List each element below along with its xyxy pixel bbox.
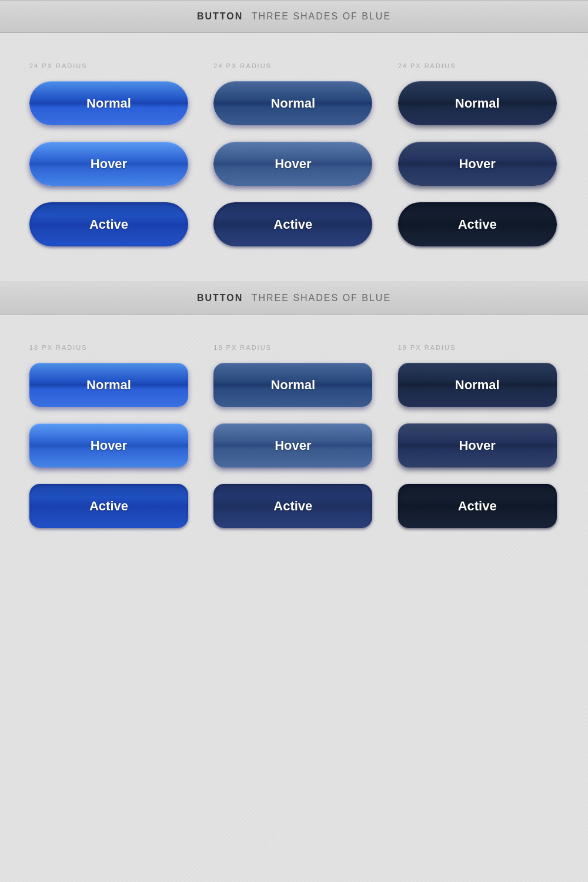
btn-mid-blue-18-hover[interactable]: Hover	[213, 423, 372, 467]
column-bright-blue-18: 18 PX RADIUS Normal Hover Active	[18, 344, 202, 528]
btn-mid-blue-18-normal[interactable]: Normal	[213, 363, 372, 407]
column-mid-blue-18: 18 PX RADIUS Normal Hover Active	[202, 344, 386, 528]
btn-dark-blue-18-hover[interactable]: Hover	[398, 423, 557, 467]
btn-mid-blue-24-active[interactable]: Active	[213, 202, 372, 246]
radius-label-1-2: 24 PX RADIUS	[213, 62, 272, 69]
btn-group-2-1: Normal Hover Active	[29, 363, 190, 528]
btn-bright-blue-24-active[interactable]: Active	[29, 202, 188, 246]
section-24px: BUTTON THREE SHADES OF BLUE 24 PX RADIUS…	[0, 0, 588, 282]
btn-bright-blue-24-hover[interactable]: Hover	[29, 142, 188, 186]
radius-label-1-3: 24 PX RADIUS	[398, 62, 456, 69]
btn-dark-blue-18-active[interactable]: Active	[398, 484, 557, 528]
section-header-2: BUTTON THREE SHADES OF BLUE	[0, 282, 588, 315]
btn-group-2-3: Normal Hover Active	[398, 363, 559, 528]
btn-group-2-2: Normal Hover Active	[213, 363, 374, 528]
btn-bright-blue-18-active[interactable]: Active	[29, 484, 188, 528]
column-dark-blue-18: 18 PX RADIUS Normal Hover Active	[386, 344, 570, 528]
btn-bright-blue-24-normal[interactable]: Normal	[29, 81, 188, 125]
radius-label-2-3: 18 PX RADIUS	[398, 344, 456, 351]
column-mid-blue-24: 24 PX RADIUS Normal Hover Active	[202, 62, 386, 246]
section-header-1: BUTTON THREE SHADES OF BLUE	[0, 0, 588, 33]
section-title-2: BUTTON THREE SHADES OF BLUE	[197, 293, 391, 303]
buttons-grid-2: 18 PX RADIUS Normal Hover Active 18 PX R…	[0, 344, 588, 528]
column-dark-blue-24: 24 PX RADIUS Normal Hover Active	[386, 62, 570, 246]
btn-group-1-1: Normal Hover Active	[29, 81, 190, 246]
btn-mid-blue-24-normal[interactable]: Normal	[213, 81, 372, 125]
radius-label-1-1: 24 PX RADIUS	[29, 62, 88, 69]
btn-dark-blue-24-hover[interactable]: Hover	[398, 142, 557, 186]
btn-dark-blue-24-active[interactable]: Active	[398, 202, 557, 246]
radius-label-2-1: 18 PX RADIUS	[29, 344, 88, 351]
btn-mid-blue-24-hover[interactable]: Hover	[213, 142, 372, 186]
btn-group-1-2: Normal Hover Active	[213, 81, 374, 246]
title-light-1: THREE SHADES OF BLUE	[252, 11, 391, 21]
btn-bright-blue-18-normal[interactable]: Normal	[29, 363, 188, 407]
section-18px: BUTTON THREE SHADES OF BLUE 18 PX RADIUS…	[0, 282, 588, 563]
section-title-1: BUTTON THREE SHADES OF BLUE	[197, 11, 391, 21]
radius-label-2-2: 18 PX RADIUS	[213, 344, 272, 351]
btn-dark-blue-18-normal[interactable]: Normal	[398, 363, 557, 407]
buttons-grid-1: 24 PX RADIUS Normal Hover Active 24 PX R…	[0, 62, 588, 246]
btn-bright-blue-18-hover[interactable]: Hover	[29, 423, 188, 467]
title-light-2: THREE SHADES OF BLUE	[252, 293, 391, 303]
btn-group-1-3: Normal Hover Active	[398, 81, 559, 246]
btn-mid-blue-18-active[interactable]: Active	[213, 484, 372, 528]
title-bold-1: BUTTON	[197, 11, 243, 21]
column-bright-blue-24: 24 PX RADIUS Normal Hover Active	[18, 62, 202, 246]
title-bold-2: BUTTON	[197, 293, 243, 303]
btn-dark-blue-24-normal[interactable]: Normal	[398, 81, 557, 125]
